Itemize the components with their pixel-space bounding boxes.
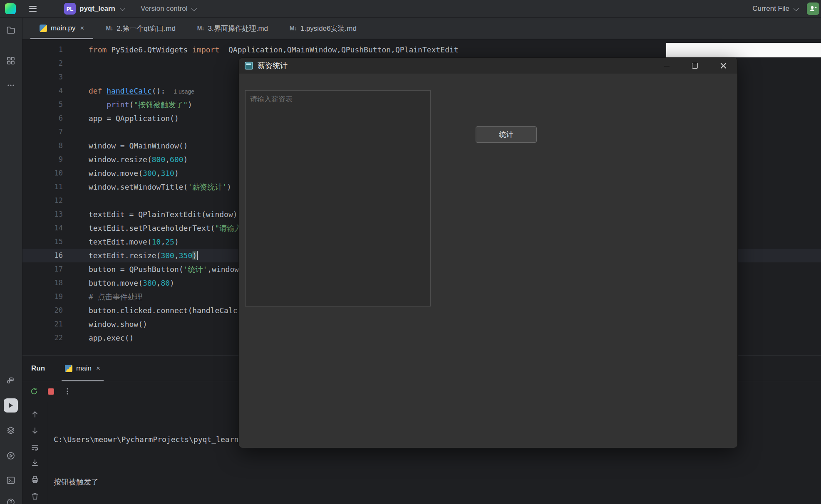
scroll-to-end-icon[interactable]	[30, 458, 40, 467]
line-number[interactable]: 5	[22, 98, 63, 111]
scroll-down-icon[interactable]	[30, 426, 40, 435]
editor-tabs: main.py × M↓ 2.第一个qt窗口.md M↓ 3.界面操作处理.md…	[22, 17, 821, 40]
line-number[interactable]: 13	[22, 208, 63, 221]
main-menu-button[interactable]	[29, 6, 37, 12]
tab-main-py[interactable]: main.py ×	[29, 17, 95, 39]
code-text: button.move(380,80)	[89, 276, 174, 290]
code-text: from PySide6.QtWidgets import QApplicati…	[89, 43, 459, 57]
background-window-strip	[666, 43, 821, 57]
code-text: app.exec()	[89, 331, 134, 345]
tab-label: 3.界面操作处理.md	[208, 24, 268, 33]
line-number[interactable]: 12	[22, 194, 63, 208]
line-number[interactable]: 10	[22, 166, 63, 180]
services-icon[interactable]	[6, 451, 15, 460]
line-number[interactable]: 6	[22, 111, 63, 125]
chevron-down-icon	[119, 5, 125, 11]
tab-md-2[interactable]: M↓ 2.第一个qt窗口.md	[95, 17, 186, 39]
code-text: textEdit = QPlainTextEdit(window)	[89, 208, 238, 221]
code-text: window.setWindowTitle('薪资统计')	[89, 180, 231, 194]
minimize-button[interactable]	[652, 58, 681, 74]
console-toolbar	[22, 402, 48, 504]
code-text: textEdit.move(10,25)	[89, 235, 179, 249]
run-tab-main[interactable]: main ×	[62, 356, 104, 381]
markdown-icon: M↓	[290, 25, 297, 32]
code-text: def handleCalc():1 usage	[89, 84, 194, 98]
line-number[interactable]: 1	[22, 43, 63, 57]
line-number[interactable]: 8	[22, 139, 63, 153]
structure-icon[interactable]	[6, 56, 15, 65]
line-number[interactable]: 21	[22, 317, 63, 331]
line-number[interactable]: 2	[22, 57, 63, 70]
line-number[interactable]: 3	[22, 70, 63, 84]
line-number[interactable]: 20	[22, 304, 63, 317]
code-text: # 点击事件处理	[89, 290, 143, 304]
salary-textedit[interactable]: 请输入薪资表	[245, 90, 431, 306]
line-number[interactable]: 16	[22, 249, 63, 262]
current-file-label: Current File	[752, 5, 789, 13]
tab-label: 1.pyside6安装.md	[300, 24, 357, 33]
line-number[interactable]: 7	[22, 125, 63, 139]
line-number[interactable]: 18	[22, 276, 63, 290]
tab-label: main.py	[51, 24, 76, 32]
code-text: window.resize(800,600)	[89, 153, 188, 166]
tab-md-3[interactable]: M↓ 3.界面操作处理.md	[186, 17, 279, 39]
more-options-button[interactable]	[63, 387, 72, 396]
code-text: window.move(300,310)	[89, 166, 179, 180]
close-icon[interactable]: ×	[96, 364, 100, 373]
line-number[interactable]: 17	[22, 262, 63, 276]
python-icon	[40, 25, 47, 32]
code-with-me-icon[interactable]	[807, 2, 819, 15]
line-number[interactable]: 19	[22, 290, 63, 304]
run-panel-title: Run	[31, 364, 45, 373]
terminal-icon[interactable]	[6, 476, 15, 485]
qt-app-window[interactable]: 薪资统计 请输入薪资表 统计	[238, 57, 738, 448]
chevron-down-icon	[191, 5, 197, 11]
line-number[interactable]: 9	[22, 153, 63, 166]
code-text: print("按钮被触发了")	[89, 98, 192, 111]
print-icon[interactable]	[30, 475, 40, 484]
run-tab-label: main	[76, 364, 92, 373]
qt-window-title: 薪资统计	[258, 61, 288, 71]
maximize-button[interactable]	[681, 58, 709, 74]
help-icon[interactable]	[6, 498, 15, 504]
stats-button[interactable]: 统计	[476, 126, 537, 143]
line-number[interactable]: 4	[22, 84, 63, 98]
pycharm-logo-icon	[5, 3, 16, 14]
code-text: app = QApplication()	[89, 111, 179, 125]
soft-wrap-icon[interactable]	[30, 443, 40, 452]
rerun-button[interactable]	[30, 387, 39, 396]
more-tool-windows-icon[interactable]	[6, 81, 15, 90]
folder-icon[interactable]	[6, 25, 15, 35]
code-text: button = QPushButton('统计',window)	[89, 262, 243, 276]
qt-window-titlebar[interactable]: 薪资统计	[239, 58, 737, 74]
version-control-label: Version control	[141, 5, 187, 13]
code-text: window = QMainWindow()	[89, 139, 188, 153]
line-number[interactable]: 22	[22, 331, 63, 345]
project-badge: PL	[64, 3, 76, 15]
run-tool-window-button[interactable]	[4, 398, 18, 413]
line-number[interactable]: 11	[22, 180, 63, 194]
project-selector[interactable]: PL pyqt_learn	[64, 3, 124, 15]
ide-topbar: PL pyqt_learn Version control Current Fi…	[0, 0, 821, 18]
stop-button[interactable]	[46, 387, 55, 396]
line-number[interactable]: 15	[22, 235, 63, 249]
run-configuration-selector[interactable]: Current File	[752, 5, 798, 13]
chevron-down-icon	[793, 5, 799, 11]
layers-icon[interactable]	[6, 426, 15, 435]
trash-icon[interactable]	[30, 492, 40, 501]
minimize-icon	[664, 66, 670, 66]
tab-md-1[interactable]: M↓ 1.pyside6安装.md	[279, 17, 367, 39]
scroll-up-icon[interactable]	[30, 410, 40, 419]
qt-app-icon	[245, 62, 253, 70]
markdown-icon: M↓	[106, 25, 113, 32]
close-button[interactable]	[709, 58, 737, 74]
python-packages-icon[interactable]	[6, 377, 15, 386]
code-text: window.show()	[89, 317, 147, 331]
console-line: 按钮被触发了	[54, 475, 821, 489]
tab-label: 2.第一个qt窗口.md	[117, 24, 176, 33]
activity-bar	[0, 17, 22, 504]
python-icon	[65, 365, 72, 372]
version-control-menu[interactable]: Version control	[141, 5, 196, 13]
line-number[interactable]: 14	[22, 221, 63, 235]
close-icon[interactable]: ×	[80, 24, 84, 32]
